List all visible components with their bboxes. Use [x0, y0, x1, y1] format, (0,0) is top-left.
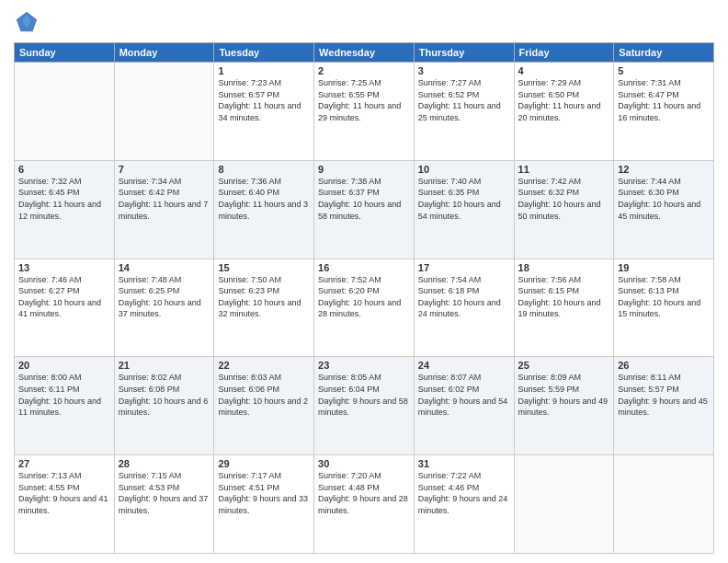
- calendar-cell: 20Sunrise: 8:00 AM Sunset: 6:11 PM Dayli…: [15, 357, 115, 455]
- day-info: Sunrise: 8:00 AM Sunset: 6:11 PM Dayligh…: [18, 372, 110, 418]
- day-number: 26: [618, 360, 710, 371]
- day-info: Sunrise: 7:13 AM Sunset: 4:55 PM Dayligh…: [18, 470, 110, 516]
- day-number: 28: [119, 458, 210, 469]
- calendar-cell: 12Sunrise: 7:44 AM Sunset: 6:30 PM Dayli…: [614, 160, 714, 259]
- calendar-cell: 6Sunrise: 7:32 AM Sunset: 6:45 PM Daylig…: [15, 160, 115, 259]
- day-info: Sunrise: 7:38 AM Sunset: 6:37 PM Dayligh…: [318, 176, 410, 222]
- day-info: Sunrise: 8:09 AM Sunset: 5:59 PM Dayligh…: [518, 372, 610, 418]
- day-number: 13: [18, 262, 110, 273]
- calendar-week-row: 27Sunrise: 7:13 AM Sunset: 4:55 PM Dayli…: [15, 455, 714, 554]
- calendar-cell: [614, 455, 714, 554]
- day-info: Sunrise: 7:27 AM Sunset: 6:52 PM Dayligh…: [418, 77, 510, 123]
- day-number: 18: [518, 262, 610, 273]
- calendar-cell: 29Sunrise: 7:17 AM Sunset: 4:51 PM Dayli…: [214, 455, 314, 554]
- calendar-cell: 2Sunrise: 7:25 AM Sunset: 6:55 PM Daylig…: [314, 63, 415, 161]
- calendar-cell: 24Sunrise: 8:07 AM Sunset: 6:02 PM Dayli…: [414, 357, 514, 455]
- day-number: 4: [518, 65, 610, 76]
- day-number: 27: [18, 458, 110, 469]
- calendar-week-row: 6Sunrise: 7:32 AM Sunset: 6:45 PM Daylig…: [15, 160, 714, 259]
- day-info: Sunrise: 7:50 AM Sunset: 6:23 PM Dayligh…: [218, 274, 310, 320]
- day-number: 21: [119, 360, 210, 371]
- calendar-cell: [114, 63, 214, 161]
- page: SundayMondayTuesdayWednesdayThursdayFrid…: [0, 0, 728, 563]
- day-info: Sunrise: 7:34 AM Sunset: 6:42 PM Dayligh…: [119, 176, 210, 222]
- calendar-cell: 1Sunrise: 7:23 AM Sunset: 6:57 PM Daylig…: [214, 63, 314, 161]
- day-number: 14: [119, 262, 210, 273]
- day-info: Sunrise: 7:36 AM Sunset: 6:40 PM Dayligh…: [218, 176, 310, 222]
- col-header-saturday: Saturday: [614, 43, 714, 63]
- calendar-cell: 5Sunrise: 7:31 AM Sunset: 6:47 PM Daylig…: [614, 63, 714, 161]
- calendar-cell: 27Sunrise: 7:13 AM Sunset: 4:55 PM Dayli…: [15, 455, 115, 554]
- calendar-table: SundayMondayTuesdayWednesdayThursdayFrid…: [14, 42, 714, 554]
- calendar-cell: 22Sunrise: 8:03 AM Sunset: 6:06 PM Dayli…: [214, 357, 314, 455]
- day-number: 29: [218, 458, 310, 469]
- day-info: Sunrise: 7:17 AM Sunset: 4:51 PM Dayligh…: [218, 470, 310, 516]
- day-number: 19: [618, 262, 710, 273]
- day-number: 7: [119, 164, 210, 175]
- col-header-sunday: Sunday: [15, 43, 115, 63]
- day-number: 6: [18, 164, 110, 175]
- day-info: Sunrise: 8:03 AM Sunset: 6:06 PM Dayligh…: [218, 372, 310, 418]
- calendar-cell: 19Sunrise: 7:58 AM Sunset: 6:13 PM Dayli…: [614, 259, 714, 357]
- day-number: 25: [518, 360, 610, 371]
- calendar-cell: 11Sunrise: 7:42 AM Sunset: 6:32 PM Dayli…: [514, 160, 614, 259]
- calendar-cell: 28Sunrise: 7:15 AM Sunset: 4:53 PM Dayli…: [114, 455, 214, 554]
- day-number: 2: [318, 65, 410, 76]
- day-number: 31: [418, 458, 510, 469]
- day-info: Sunrise: 7:42 AM Sunset: 6:32 PM Dayligh…: [518, 176, 610, 222]
- logo: [14, 9, 43, 35]
- col-header-thursday: Thursday: [414, 43, 514, 63]
- col-header-wednesday: Wednesday: [314, 43, 415, 63]
- calendar-cell: 21Sunrise: 8:02 AM Sunset: 6:08 PM Dayli…: [114, 357, 214, 455]
- calendar-cell: 9Sunrise: 7:38 AM Sunset: 6:37 PM Daylig…: [314, 160, 415, 259]
- day-info: Sunrise: 7:46 AM Sunset: 6:27 PM Dayligh…: [18, 274, 110, 320]
- col-header-tuesday: Tuesday: [214, 43, 314, 63]
- calendar-cell: 17Sunrise: 7:54 AM Sunset: 6:18 PM Dayli…: [414, 259, 514, 357]
- calendar-week-row: 20Sunrise: 8:00 AM Sunset: 6:11 PM Dayli…: [15, 357, 714, 455]
- day-info: Sunrise: 7:15 AM Sunset: 4:53 PM Dayligh…: [119, 470, 210, 516]
- calendar-cell: 15Sunrise: 7:50 AM Sunset: 6:23 PM Dayli…: [214, 259, 314, 357]
- day-number: 22: [218, 360, 310, 371]
- day-number: 5: [618, 65, 710, 76]
- day-info: Sunrise: 7:44 AM Sunset: 6:30 PM Dayligh…: [618, 176, 710, 222]
- calendar-cell: 26Sunrise: 8:11 AM Sunset: 5:57 PM Dayli…: [614, 357, 714, 455]
- day-info: Sunrise: 7:22 AM Sunset: 4:46 PM Dayligh…: [418, 470, 510, 516]
- calendar-cell: 16Sunrise: 7:52 AM Sunset: 6:20 PM Dayli…: [314, 259, 415, 357]
- calendar-cell: 25Sunrise: 8:09 AM Sunset: 5:59 PM Dayli…: [514, 357, 614, 455]
- calendar-cell: 8Sunrise: 7:36 AM Sunset: 6:40 PM Daylig…: [214, 160, 314, 259]
- day-info: Sunrise: 7:58 AM Sunset: 6:13 PM Dayligh…: [618, 274, 710, 320]
- day-info: Sunrise: 7:29 AM Sunset: 6:50 PM Dayligh…: [518, 77, 610, 123]
- day-info: Sunrise: 7:20 AM Sunset: 4:48 PM Dayligh…: [318, 470, 410, 516]
- calendar-cell: 13Sunrise: 7:46 AM Sunset: 6:27 PM Dayli…: [15, 259, 115, 357]
- day-info: Sunrise: 7:31 AM Sunset: 6:47 PM Dayligh…: [618, 77, 710, 123]
- calendar-cell: 30Sunrise: 7:20 AM Sunset: 4:48 PM Dayli…: [314, 455, 415, 554]
- day-number: 8: [218, 164, 310, 175]
- day-info: Sunrise: 7:40 AM Sunset: 6:35 PM Dayligh…: [418, 176, 510, 222]
- day-info: Sunrise: 8:11 AM Sunset: 5:57 PM Dayligh…: [618, 372, 710, 418]
- day-number: 24: [418, 360, 510, 371]
- header: [14, 9, 714, 35]
- calendar-cell: 4Sunrise: 7:29 AM Sunset: 6:50 PM Daylig…: [514, 63, 614, 161]
- day-number: 11: [518, 164, 610, 175]
- calendar-cell: [514, 455, 614, 554]
- day-info: Sunrise: 7:54 AM Sunset: 6:18 PM Dayligh…: [418, 274, 510, 320]
- day-info: Sunrise: 7:56 AM Sunset: 6:15 PM Dayligh…: [518, 274, 610, 320]
- day-info: Sunrise: 7:25 AM Sunset: 6:55 PM Dayligh…: [318, 77, 410, 123]
- logo-icon: [14, 9, 40, 35]
- day-number: 12: [618, 164, 710, 175]
- day-info: Sunrise: 8:05 AM Sunset: 6:04 PM Dayligh…: [318, 372, 410, 418]
- calendar-cell: 7Sunrise: 7:34 AM Sunset: 6:42 PM Daylig…: [114, 160, 214, 259]
- day-info: Sunrise: 7:52 AM Sunset: 6:20 PM Dayligh…: [318, 274, 410, 320]
- calendar-cell: 10Sunrise: 7:40 AM Sunset: 6:35 PM Dayli…: [414, 160, 514, 259]
- day-info: Sunrise: 7:48 AM Sunset: 6:25 PM Dayligh…: [119, 274, 210, 320]
- col-header-monday: Monday: [114, 43, 214, 63]
- day-info: Sunrise: 8:07 AM Sunset: 6:02 PM Dayligh…: [418, 372, 510, 418]
- day-number: 16: [318, 262, 410, 273]
- day-number: 3: [418, 65, 510, 76]
- day-number: 23: [318, 360, 410, 371]
- calendar-week-row: 1Sunrise: 7:23 AM Sunset: 6:57 PM Daylig…: [15, 63, 714, 161]
- calendar-week-row: 13Sunrise: 7:46 AM Sunset: 6:27 PM Dayli…: [15, 259, 714, 357]
- day-info: Sunrise: 8:02 AM Sunset: 6:08 PM Dayligh…: [119, 372, 210, 418]
- day-number: 17: [418, 262, 510, 273]
- day-number: 15: [218, 262, 310, 273]
